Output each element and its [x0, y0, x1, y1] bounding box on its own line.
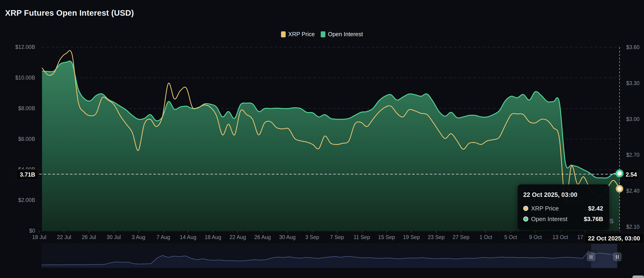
y-axis-label-left: $8.00B — [0, 105, 35, 112]
navigator-left-handle[interactable] — [587, 252, 596, 261]
y-axis-label-right: $2.40 — [626, 188, 640, 194]
x-axis-label: 15 Sep — [378, 234, 395, 240]
tooltip-value-xrp-price: $2.42 — [588, 205, 603, 212]
x-axis-label: 26 Jul — [82, 234, 96, 240]
x-axis-label: 3 Sep — [305, 234, 319, 240]
tooltip-row-xrp-price: XRP Price $2.42 — [523, 205, 603, 212]
crosshair-left-value-badge: 3.71B — [16, 169, 39, 180]
tooltip: 22 Oct 2025, 03:00 XRP Price $2.42 Open … — [518, 184, 609, 230]
handle-grip-icon — [592, 255, 592, 259]
y-axis-label-left: $6.00B — [0, 136, 35, 142]
y-axis-label-left: $12.00B — [0, 44, 35, 50]
x-axis-label: 7 Sep — [330, 234, 344, 240]
x-axis-label: 1 Oct — [480, 234, 492, 240]
navigator-right-handle[interactable] — [613, 252, 622, 261]
handle-grip-icon — [616, 255, 617, 259]
x-axis-label: 18 Jul — [32, 234, 46, 240]
x-axis-label: 30 Aug — [279, 234, 296, 240]
tooltip-label-xrp-price: XRP Price — [531, 205, 585, 212]
x-axis-label: 23 Sep — [428, 234, 445, 240]
x-axis-label: 11 Sep — [354, 234, 370, 240]
corner-button-partial[interactable] — [632, 276, 644, 278]
watermark-fragment: s — [609, 216, 614, 225]
y-axis-label-right: $3.60 — [626, 44, 640, 50]
xrp-price-dot-icon — [523, 206, 528, 211]
x-axis-label: 14 Aug — [180, 234, 196, 240]
tooltip-title: 22 Oct 2025, 03:00 — [523, 191, 577, 198]
x-axis-label: 30 Jul — [107, 234, 121, 240]
x-axis-label: 5 Oct — [504, 234, 517, 240]
x-axis-label: 26 Aug — [254, 234, 271, 240]
x-axis-label: 9 Oct — [529, 234, 542, 240]
x-axis-label: 22 Aug — [230, 234, 246, 240]
chart-canvas[interactable] — [0, 0, 644, 278]
y-axis-label-right: $2.10 — [626, 224, 640, 230]
tooltip-label-open-interest: Open Interest — [531, 216, 581, 223]
crosshair-date-badge: 22 Oct 2025, 03:00 — [584, 233, 644, 244]
y-axis-label-right: $3.00 — [626, 116, 640, 122]
y-axis-label-left: $2.00B — [0, 197, 35, 203]
y-axis-label-left: $0 — [0, 228, 35, 234]
chart-app: XRP Futures Open Interest (USD) XRP Pric… — [0, 0, 644, 278]
x-axis-label: 7 Aug — [156, 234, 170, 240]
y-axis-label-right: $3.30 — [626, 80, 640, 86]
x-axis-label: 18 Aug — [204, 234, 221, 240]
handle-grip-icon — [618, 255, 618, 259]
handle-grip-icon — [590, 255, 590, 259]
tooltip-value-open-interest: $3.76B — [584, 216, 603, 223]
crosshair-right-value-badge: 2.54 — [624, 169, 639, 180]
open-interest-dot-icon — [523, 216, 528, 222]
y-axis-label-right: $2.70 — [626, 152, 640, 158]
x-axis-label: 22 Jul — [57, 234, 71, 240]
y-axis-label-left: $10.00B — [0, 75, 35, 81]
x-axis-label: 3 Aug — [132, 234, 145, 240]
tooltip-row-open-interest: Open Interest $3.76B — [523, 215, 603, 223]
x-axis-label: 13 Oct — [552, 234, 568, 240]
x-axis-label: 27 Sep — [452, 234, 470, 240]
x-axis-label: 19 Sep — [403, 234, 420, 240]
